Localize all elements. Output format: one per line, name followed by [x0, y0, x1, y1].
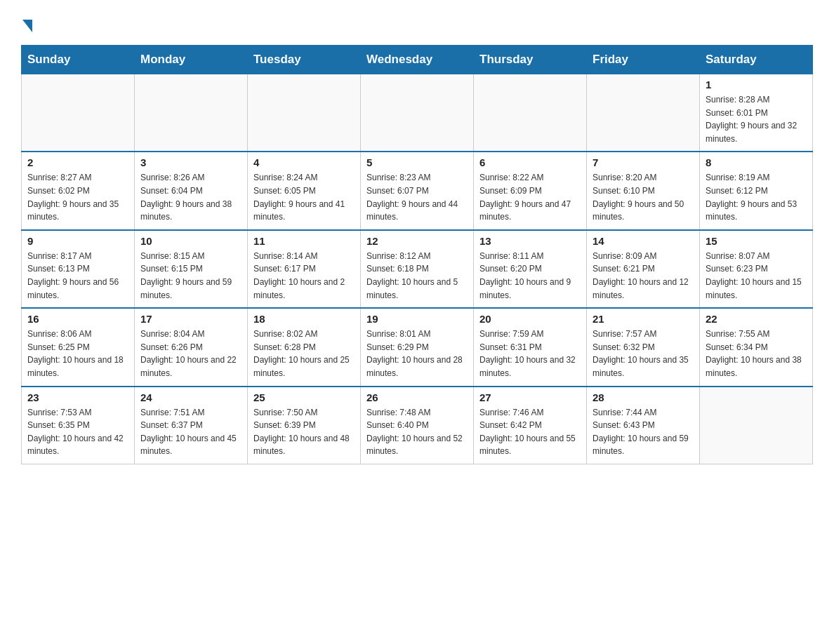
day-info: Sunrise: 8:04 AM Sunset: 6:26 PM Dayligh…	[140, 328, 241, 380]
day-number: 27	[479, 391, 581, 403]
calendar-cell: 28Sunrise: 7:44 AM Sunset: 6:43 PM Dayli…	[587, 387, 700, 464]
day-number: 24	[140, 391, 241, 403]
calendar-cell	[474, 74, 587, 152]
week-row-5: 23Sunrise: 7:53 AM Sunset: 6:35 PM Dayli…	[22, 387, 813, 464]
calendar-cell: 4Sunrise: 8:24 AM Sunset: 6:05 PM Daylig…	[248, 152, 361, 229]
day-number: 21	[593, 313, 694, 325]
calendar-cell: 5Sunrise: 8:23 AM Sunset: 6:07 PM Daylig…	[361, 152, 474, 229]
header-friday: Friday	[587, 46, 700, 74]
day-number: 18	[253, 313, 355, 325]
logo-arrow-icon	[22, 20, 32, 32]
day-info: Sunrise: 8:24 AM Sunset: 6:05 PM Dayligh…	[253, 171, 355, 223]
day-number: 11	[253, 235, 355, 247]
day-info: Sunrise: 8:07 AM Sunset: 6:23 PM Dayligh…	[706, 250, 807, 302]
day-number: 2	[27, 156, 128, 168]
day-info: Sunrise: 7:55 AM Sunset: 6:34 PM Dayligh…	[706, 328, 807, 380]
day-info: Sunrise: 7:44 AM Sunset: 6:43 PM Dayligh…	[593, 406, 694, 458]
day-info: Sunrise: 8:11 AM Sunset: 6:20 PM Dayligh…	[479, 250, 581, 302]
day-number: 5	[366, 156, 468, 168]
day-info: Sunrise: 7:48 AM Sunset: 6:40 PM Dayligh…	[366, 406, 468, 458]
calendar-cell: 15Sunrise: 8:07 AM Sunset: 6:23 PM Dayli…	[700, 230, 813, 308]
calendar-cell: 3Sunrise: 8:26 AM Sunset: 6:04 PM Daylig…	[135, 152, 248, 229]
header-tuesday: Tuesday	[248, 46, 361, 74]
calendar-cell: 7Sunrise: 8:20 AM Sunset: 6:10 PM Daylig…	[587, 152, 700, 229]
calendar-cell: 16Sunrise: 8:06 AM Sunset: 6:25 PM Dayli…	[22, 308, 135, 386]
day-info: Sunrise: 8:15 AM Sunset: 6:15 PM Dayligh…	[140, 250, 241, 302]
day-info: Sunrise: 7:51 AM Sunset: 6:37 PM Dayligh…	[140, 406, 241, 458]
day-info: Sunrise: 8:19 AM Sunset: 6:12 PM Dayligh…	[706, 171, 807, 223]
day-number: 3	[140, 156, 241, 168]
day-info: Sunrise: 8:20 AM Sunset: 6:10 PM Dayligh…	[593, 171, 694, 223]
day-info: Sunrise: 7:50 AM Sunset: 6:39 PM Dayligh…	[253, 406, 355, 458]
day-number: 20	[479, 313, 581, 325]
day-info: Sunrise: 7:53 AM Sunset: 6:35 PM Dayligh…	[27, 406, 128, 458]
page-header	[21, 14, 813, 31]
calendar-cell	[361, 74, 474, 152]
calendar-cell: 19Sunrise: 8:01 AM Sunset: 6:29 PM Dayli…	[361, 308, 474, 386]
day-info: Sunrise: 8:06 AM Sunset: 6:25 PM Dayligh…	[27, 328, 128, 380]
day-info: Sunrise: 7:57 AM Sunset: 6:32 PM Dayligh…	[593, 328, 694, 380]
day-info: Sunrise: 8:17 AM Sunset: 6:13 PM Dayligh…	[27, 250, 128, 302]
day-number: 1	[706, 79, 807, 90]
logo	[21, 14, 32, 31]
calendar-cell	[587, 74, 700, 152]
header-thursday: Thursday	[474, 46, 587, 74]
calendar-cell	[700, 387, 813, 464]
calendar-table: Sunday Monday Tuesday Wednesday Thursday…	[21, 45, 813, 464]
calendar-cell: 24Sunrise: 7:51 AM Sunset: 6:37 PM Dayli…	[135, 387, 248, 464]
calendar-cell: 22Sunrise: 7:55 AM Sunset: 6:34 PM Dayli…	[700, 308, 813, 386]
day-number: 19	[366, 313, 468, 325]
calendar-cell: 12Sunrise: 8:12 AM Sunset: 6:18 PM Dayli…	[361, 230, 474, 308]
calendar-cell: 27Sunrise: 7:46 AM Sunset: 6:42 PM Dayli…	[474, 387, 587, 464]
day-info: Sunrise: 8:28 AM Sunset: 6:01 PM Dayligh…	[706, 93, 807, 145]
header-monday: Monday	[135, 46, 248, 74]
header-saturday: Saturday	[700, 46, 813, 74]
header-sunday: Sunday	[22, 46, 135, 74]
week-row-2: 2Sunrise: 8:27 AM Sunset: 6:02 PM Daylig…	[22, 152, 813, 229]
calendar-cell: 26Sunrise: 7:48 AM Sunset: 6:40 PM Dayli…	[361, 387, 474, 464]
calendar-cell: 2Sunrise: 8:27 AM Sunset: 6:02 PM Daylig…	[22, 152, 135, 229]
calendar-cell	[248, 74, 361, 152]
day-number: 8	[706, 156, 807, 168]
day-number: 13	[479, 235, 581, 247]
day-number: 14	[593, 235, 694, 247]
calendar-cell	[22, 74, 135, 152]
day-number: 16	[27, 313, 128, 325]
calendar-cell: 18Sunrise: 8:02 AM Sunset: 6:28 PM Dayli…	[248, 308, 361, 386]
calendar-cell: 11Sunrise: 8:14 AM Sunset: 6:17 PM Dayli…	[248, 230, 361, 308]
calendar-cell: 8Sunrise: 8:19 AM Sunset: 6:12 PM Daylig…	[700, 152, 813, 229]
week-row-1: 1Sunrise: 8:28 AM Sunset: 6:01 PM Daylig…	[22, 74, 813, 152]
day-info: Sunrise: 8:02 AM Sunset: 6:28 PM Dayligh…	[253, 328, 355, 380]
day-number: 26	[366, 391, 468, 403]
calendar-cell: 10Sunrise: 8:15 AM Sunset: 6:15 PM Dayli…	[135, 230, 248, 308]
calendar-cell: 13Sunrise: 8:11 AM Sunset: 6:20 PM Dayli…	[474, 230, 587, 308]
day-info: Sunrise: 8:01 AM Sunset: 6:29 PM Dayligh…	[366, 328, 468, 380]
calendar-cell: 20Sunrise: 7:59 AM Sunset: 6:31 PM Dayli…	[474, 308, 587, 386]
day-number: 6	[479, 156, 581, 168]
day-number: 15	[706, 235, 807, 247]
calendar-cell: 17Sunrise: 8:04 AM Sunset: 6:26 PM Dayli…	[135, 308, 248, 386]
calendar-cell: 1Sunrise: 8:28 AM Sunset: 6:01 PM Daylig…	[700, 74, 813, 152]
calendar-cell: 25Sunrise: 7:50 AM Sunset: 6:39 PM Dayli…	[248, 387, 361, 464]
day-info: Sunrise: 8:09 AM Sunset: 6:21 PM Dayligh…	[593, 250, 694, 302]
calendar-cell: 14Sunrise: 8:09 AM Sunset: 6:21 PM Dayli…	[587, 230, 700, 308]
week-row-4: 16Sunrise: 8:06 AM Sunset: 6:25 PM Dayli…	[22, 308, 813, 386]
day-info: Sunrise: 8:22 AM Sunset: 6:09 PM Dayligh…	[479, 171, 581, 223]
day-number: 4	[253, 156, 355, 168]
day-info: Sunrise: 7:59 AM Sunset: 6:31 PM Dayligh…	[479, 328, 581, 380]
calendar-cell: 23Sunrise: 7:53 AM Sunset: 6:35 PM Dayli…	[22, 387, 135, 464]
day-number: 17	[140, 313, 241, 325]
day-number: 25	[253, 391, 355, 403]
calendar-cell: 6Sunrise: 8:22 AM Sunset: 6:09 PM Daylig…	[474, 152, 587, 229]
calendar-cell: 21Sunrise: 7:57 AM Sunset: 6:32 PM Dayli…	[587, 308, 700, 386]
day-info: Sunrise: 8:12 AM Sunset: 6:18 PM Dayligh…	[366, 250, 468, 302]
day-number: 9	[27, 235, 128, 247]
day-info: Sunrise: 8:14 AM Sunset: 6:17 PM Dayligh…	[253, 250, 355, 302]
day-info: Sunrise: 8:23 AM Sunset: 6:07 PM Dayligh…	[366, 171, 468, 223]
day-info: Sunrise: 8:26 AM Sunset: 6:04 PM Dayligh…	[140, 171, 241, 223]
day-number: 23	[27, 391, 128, 403]
day-number: 10	[140, 235, 241, 247]
day-info: Sunrise: 8:27 AM Sunset: 6:02 PM Dayligh…	[27, 171, 128, 223]
week-row-3: 9Sunrise: 8:17 AM Sunset: 6:13 PM Daylig…	[22, 230, 813, 308]
day-number: 7	[593, 156, 694, 168]
